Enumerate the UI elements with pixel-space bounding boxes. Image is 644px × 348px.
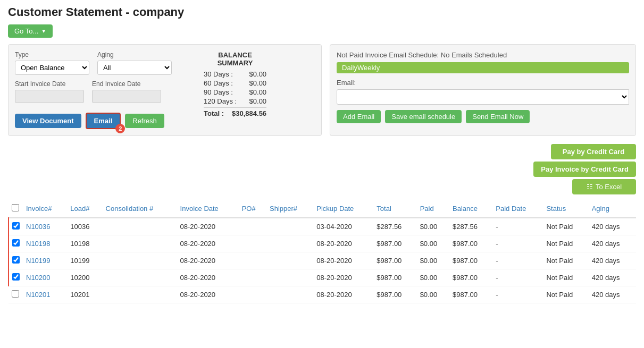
col-invoice-date: Invoice Date	[177, 200, 239, 218]
days-120-value: $0.00	[249, 97, 267, 105]
email-badge: 2	[115, 124, 125, 133]
table-row: N10199 10199 08-20-2020 08-20-2020 $987.…	[9, 252, 636, 269]
po-cell	[239, 286, 266, 303]
total-cell: $987.00	[373, 269, 416, 286]
po-cell	[239, 235, 266, 252]
consolidation-cell	[103, 269, 177, 286]
load-cell: 10036	[67, 218, 102, 235]
shipper-cell	[266, 286, 313, 303]
type-select[interactable]: Open Balance All Invoices Paid Invoices	[15, 61, 89, 75]
select-all-checkbox[interactable]	[12, 204, 19, 211]
type-group: Type Open Balance All Invoices Paid Invo…	[15, 51, 89, 75]
status-cell: Not Paid	[543, 269, 588, 286]
consolidation-cell	[103, 218, 177, 235]
end-date-input[interactable]: 10/14/2021	[92, 90, 161, 103]
start-date-group: Start Invoice Date 04/23/2016	[15, 80, 84, 103]
email-panel: Not Paid Invoice Email Schedule: No Emai…	[330, 44, 636, 136]
paid-date-cell: -	[492, 235, 543, 252]
col-aging: Aging	[589, 200, 636, 218]
shipper-cell	[266, 269, 313, 286]
invoice-date-cell: 08-20-2020	[177, 269, 239, 286]
end-date-group: End Invoice Date 10/14/2021	[92, 80, 161, 103]
load-cell: 10198	[67, 235, 102, 252]
pickup-date-cell: 08-20-2020	[313, 286, 373, 303]
total-cell: $287.56	[373, 218, 416, 235]
send-email-now-button[interactable]: Send Email Now	[466, 110, 530, 123]
days-30-label: 30 Days :	[204, 70, 233, 78]
aging-cell: 420 days	[589, 235, 636, 252]
shipper-cell	[266, 218, 313, 235]
goto-button[interactable]: Go To... ▼	[8, 24, 53, 38]
po-cell	[239, 252, 266, 269]
total-cell: $987.00	[373, 252, 416, 269]
col-status: Status	[543, 200, 588, 218]
start-date-input[interactable]: 04/23/2016	[15, 90, 84, 103]
aging-label: Aging	[97, 51, 172, 58]
invoice-date-cell: 08-20-2020	[177, 218, 239, 235]
row-checkbox[interactable]	[12, 222, 20, 230]
row-checkbox[interactable]	[12, 290, 19, 298]
pay-invoice-credit-card-button[interactable]: Pay Invoice by Credit Card	[533, 162, 636, 177]
paid-cell: $0.00	[417, 218, 449, 235]
invoice-date-cell: 08-20-2020	[177, 252, 239, 269]
view-document-button[interactable]: View Document	[15, 114, 81, 128]
days-90-value: $0.00	[249, 88, 267, 96]
goto-label: Go To...	[14, 27, 38, 35]
paid-date-cell: -	[492, 218, 543, 235]
filter-panel: Type Open Balance All Invoices Paid Invo…	[8, 44, 322, 136]
row-checkbox[interactable]	[12, 239, 20, 247]
col-shipper: Shipper#	[266, 200, 313, 218]
col-balance: Balance	[449, 200, 492, 218]
aging-cell: 420 days	[589, 252, 636, 269]
load-cell: 10199	[67, 252, 102, 269]
col-pickup-date: Pickup Date	[313, 200, 373, 218]
to-excel-button[interactable]: ☷ To Excel	[572, 179, 636, 194]
pickup-date-cell: 08-20-2020	[313, 252, 373, 269]
status-cell: Not Paid	[543, 218, 588, 235]
save-schedule-button[interactable]: Save email schedule	[385, 110, 462, 123]
load-cell: 10200	[67, 269, 102, 286]
shipper-cell	[266, 252, 313, 269]
excel-icon: ☷	[587, 183, 593, 191]
consolidation-cell	[103, 252, 177, 269]
days-60-value: $0.00	[249, 79, 267, 87]
daily-weekly-bar: DailyWeekly	[337, 62, 629, 73]
paid-cell: $0.00	[417, 269, 449, 286]
row-checkbox[interactable]	[12, 273, 20, 281]
end-date-label: End Invoice Date	[92, 80, 161, 88]
invoice-cell[interactable]: N10036	[23, 218, 67, 235]
email-field-label: Email:	[337, 79, 629, 87]
po-cell	[239, 218, 266, 235]
add-email-button[interactable]: Add Email	[337, 110, 381, 123]
days-60-label: 60 Days :	[204, 79, 233, 87]
invoice-cell[interactable]: N10201	[23, 286, 67, 303]
col-paid: Paid	[417, 200, 449, 218]
aging-cell: 420 days	[589, 286, 636, 303]
page-title: Customer Statement - company	[8, 5, 636, 19]
paid-cell: $0.00	[417, 286, 449, 303]
total-cell: $987.00	[373, 286, 416, 303]
pay-credit-card-button[interactable]: Pay by Credit Card	[551, 144, 636, 159]
credit-card-section: Pay by Credit Card Pay Invoice by Credit…	[8, 144, 636, 194]
paid-date-cell: -	[492, 286, 543, 303]
pickup-date-cell: 08-20-2020	[313, 235, 373, 252]
col-consolidation: Consolidation #	[103, 200, 177, 218]
invoice-date-cell: 08-20-2020	[177, 286, 239, 303]
refresh-button[interactable]: Refresh	[125, 114, 164, 128]
load-cell: 10201	[67, 286, 102, 303]
balance-cell: $987.00	[449, 269, 492, 286]
email-select[interactable]	[337, 89, 629, 105]
shipper-cell	[266, 235, 313, 252]
to-excel-label: To Excel	[596, 183, 622, 191]
aging-cell: 420 days	[589, 269, 636, 286]
invoice-date-cell: 08-20-2020	[177, 235, 239, 252]
aging-select[interactable]: All 30 Days 60 Days 90 Days 120 Days	[97, 61, 172, 75]
col-total: Total	[373, 200, 416, 218]
invoice-cell[interactable]: N10198	[23, 235, 67, 252]
goto-arrow-icon: ▼	[41, 28, 46, 34]
balance-cell: $287.56	[449, 218, 492, 235]
invoice-cell[interactable]: N10200	[23, 269, 67, 286]
balance-cell: $987.00	[449, 252, 492, 269]
invoice-cell[interactable]: N10199	[23, 252, 67, 269]
row-checkbox[interactable]	[12, 256, 20, 264]
